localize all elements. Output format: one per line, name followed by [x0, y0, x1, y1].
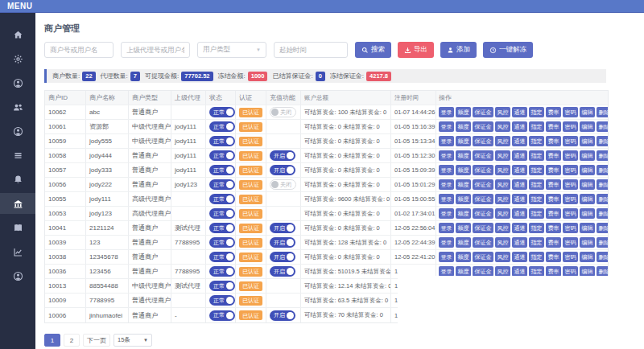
action-风控-button[interactable]: 风控	[495, 165, 510, 175]
action-指定-button[interactable]: 指定	[529, 237, 544, 248]
auth-badge[interactable]: 已认证	[239, 253, 262, 262]
auth-badge[interactable]: 已认证	[239, 195, 262, 204]
status-toggle[interactable]: 正常	[209, 107, 235, 117]
status-toggle[interactable]: 正常	[209, 150, 235, 161]
action-编辑-button[interactable]: 编辑	[580, 223, 595, 233]
action-登录-button[interactable]: 登录	[439, 179, 454, 190]
auth-badge[interactable]: 已认证	[239, 281, 262, 291]
recharge-toggle[interactable]: 关闭	[270, 107, 296, 117]
action-通道-button[interactable]: 通道	[512, 208, 527, 219]
action-编辑-button[interactable]: 编辑	[580, 194, 595, 204]
action-删除-button[interactable]: 删除	[597, 121, 608, 132]
action-通道-button[interactable]: 通道	[512, 150, 527, 161]
action-登录-button[interactable]: 登录	[439, 121, 454, 132]
action-额度-button[interactable]: 额度	[456, 136, 471, 146]
action-通道-button[interactable]: 通道	[512, 194, 527, 204]
action-通道-button[interactable]: 通道	[512, 165, 527, 175]
status-toggle[interactable]: 正常	[209, 136, 235, 146]
sidebar-item-users[interactable]	[0, 96, 35, 117]
action-风控-button[interactable]: 风控	[495, 150, 510, 161]
status-toggle[interactable]: 正常	[209, 295, 235, 306]
action-密码-button[interactable]: 密码	[563, 179, 578, 190]
unfreeze-all-button[interactable]: 一键解冻	[483, 42, 533, 58]
action-编辑-button[interactable]: 编辑	[580, 107, 595, 117]
sidebar-item-home[interactable]	[0, 24, 35, 45]
sidebar-item-profile[interactable]	[0, 121, 35, 142]
sidebar-item-settings[interactable]	[0, 48, 35, 69]
next-page-button[interactable]: 下一页	[83, 334, 110, 347]
action-密码-button[interactable]: 密码	[563, 107, 578, 117]
status-toggle[interactable]: 正常	[209, 121, 235, 132]
action-指定-button[interactable]: 指定	[529, 252, 544, 262]
sidebar-item-ledger[interactable]	[0, 217, 35, 238]
action-保证金-button[interactable]: 保证金	[473, 237, 493, 248]
action-风控-button[interactable]: 风控	[495, 223, 510, 233]
action-费率-button[interactable]: 费率	[546, 194, 561, 204]
auth-badge[interactable]: 已认证	[239, 238, 262, 248]
action-指定-button[interactable]: 指定	[529, 194, 544, 204]
action-编辑-button[interactable]: 编辑	[580, 179, 595, 190]
recharge-toggle[interactable]: 开启	[270, 223, 295, 233]
action-费率-button[interactable]: 费率	[546, 165, 561, 175]
action-密码-button[interactable]: 密码	[563, 208, 578, 219]
action-指定-button[interactable]: 指定	[529, 150, 544, 161]
action-删除-button[interactable]: 删除	[597, 179, 608, 190]
action-指定-button[interactable]: 指定	[529, 136, 544, 146]
action-密码-button[interactable]: 密码	[563, 121, 578, 132]
action-登录-button[interactable]: 登录	[439, 107, 454, 117]
action-保证金-button[interactable]: 保证金	[473, 208, 493, 219]
action-额度-button[interactable]: 额度	[456, 121, 471, 132]
action-保证金-button[interactable]: 保证金	[473, 165, 493, 175]
sidebar-item-account[interactable]	[0, 265, 35, 286]
action-编辑-button[interactable]: 编辑	[580, 136, 595, 146]
auth-badge[interactable]: 已认证	[239, 209, 262, 219]
action-编辑-button[interactable]: 编辑	[580, 252, 595, 262]
status-toggle[interactable]: 正常	[209, 237, 235, 248]
action-指定-button[interactable]: 指定	[529, 107, 544, 117]
status-toggle[interactable]: 正常	[209, 310, 235, 321]
action-费率-button[interactable]: 费率	[546, 150, 561, 161]
action-登录-button[interactable]: 登录	[439, 165, 454, 175]
recharge-toggle[interactable]: 开启	[270, 252, 295, 262]
action-费率-button[interactable]: 费率	[546, 252, 561, 262]
add-button[interactable]: 添加	[440, 42, 477, 58]
action-密码-button[interactable]: 密码	[563, 237, 578, 248]
action-通道-button[interactable]: 通道	[512, 237, 527, 248]
status-toggle[interactable]: 正常	[209, 223, 235, 233]
action-风控-button[interactable]: 风控	[495, 121, 510, 132]
auth-badge[interactable]: 已认证	[239, 296, 262, 306]
menu-title[interactable]: MENU	[0, 2, 32, 10]
action-通道-button[interactable]: 通道	[512, 136, 527, 146]
action-指定-button[interactable]: 指定	[529, 121, 544, 132]
action-额度-button[interactable]: 额度	[456, 208, 471, 219]
action-风控-button[interactable]: 风控	[495, 179, 510, 190]
action-费率-button[interactable]: 费率	[546, 121, 561, 132]
auth-badge[interactable]: 已认证	[239, 224, 262, 233]
action-指定-button[interactable]: 指定	[529, 223, 544, 233]
sidebar-item-list[interactable]	[0, 145, 35, 166]
status-toggle[interactable]: 正常	[209, 165, 235, 175]
action-费率-button[interactable]: 费率	[546, 237, 561, 248]
recharge-toggle[interactable]: 开启	[270, 266, 295, 277]
action-删除-button[interactable]: 删除	[597, 208, 608, 219]
sidebar-item-user[interactable]	[0, 72, 35, 93]
page-button-2[interactable]: 2	[64, 334, 80, 347]
auth-badge[interactable]: 已认证	[239, 180, 262, 190]
action-额度-button[interactable]: 额度	[456, 107, 471, 117]
recharge-toggle[interactable]: 开启	[270, 310, 295, 321]
merchant-search-input[interactable]	[44, 42, 114, 58]
sidebar-item-merchants[interactable]	[0, 193, 35, 214]
action-通道-button[interactable]: 通道	[512, 107, 527, 117]
sidebar-item-notice[interactable]	[0, 169, 35, 190]
action-额度-button[interactable]: 额度	[456, 237, 471, 248]
action-额度-button[interactable]: 额度	[456, 165, 471, 175]
auth-badge[interactable]: 已认证	[239, 108, 262, 117]
recharge-toggle[interactable]: 开启	[270, 237, 295, 248]
action-通道-button[interactable]: 通道	[512, 121, 527, 132]
action-密码-button[interactable]: 密码	[563, 252, 578, 262]
user-type-select[interactable]: 用户类型 ▼	[197, 42, 266, 58]
recharge-toggle[interactable]: 开启	[270, 165, 295, 175]
status-toggle[interactable]: 正常	[209, 194, 235, 204]
action-删除-button[interactable]: 删除	[597, 165, 608, 175]
action-费率-button[interactable]: 费率	[546, 179, 561, 190]
